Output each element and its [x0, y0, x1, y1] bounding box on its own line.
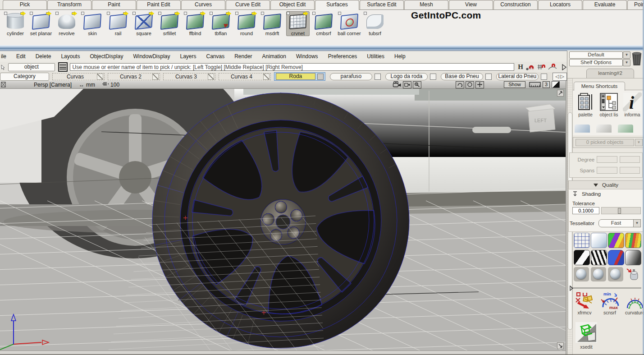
viewport-window-icon[interactable] [1, 82, 6, 88]
shading-mode-ball-specular[interactable] [591, 267, 606, 281]
tumble-icon[interactable] [456, 81, 464, 88]
tool-tubsrf[interactable]: tubsrf [363, 11, 387, 36]
layer-checkbox[interactable] [430, 74, 436, 80]
shelf-tab-paint-edit[interactable]: Paint Edit [137, 0, 181, 9]
layer-pill[interactable]: parafuso [330, 73, 372, 80]
shading-mode-metal[interactable] [625, 250, 641, 265]
shelf-tab-construction[interactable]: Construction [493, 0, 538, 9]
camera-view-icon[interactable] [403, 81, 411, 88]
tool-xsedit[interactable]: xsedit [574, 322, 599, 350]
zoom-icon[interactable] [413, 81, 421, 88]
tool-ffblnd[interactable]: ffblnd [183, 11, 207, 36]
track-pan-icon[interactable] [475, 81, 484, 88]
shading-mode-zebra[interactable] [591, 250, 607, 265]
menu-layers[interactable]: Layers [175, 53, 201, 60]
shelf-tab-paint[interactable]: Paint [92, 0, 136, 9]
next-tool-arrow-icon[interactable] [74, 11, 79, 16]
next-tool-arrow-icon[interactable] [202, 11, 208, 16]
next-tool-arrow-icon[interactable] [48, 11, 54, 16]
viewport-title-bar[interactable]: Persp [Camera] ↔ mm 100 [0, 81, 566, 89]
layer-tab-curvas[interactable]: Curvas [52, 73, 105, 80]
tool-revolve[interactable]: revolve [55, 11, 78, 36]
menu-help[interactable]: Help [389, 53, 411, 60]
shading-mode-spray-paint[interactable] [625, 267, 640, 281]
modeling-canvas[interactable]: LEFT [0, 89, 566, 350]
shading-mode-bw-contrast[interactable] [574, 250, 590, 265]
tool-set-planar[interactable]: set planar [29, 11, 53, 36]
tool-cmbsrf[interactable]: cmbsrf [312, 11, 335, 36]
layer-pill[interactable]: Base do Pneu [441, 73, 483, 80]
prompt-history-list-button[interactable] [58, 62, 68, 72]
shading-mode-shaded-white[interactable] [591, 233, 607, 248]
layer-scroll-arrows[interactable]: ◁ ▷ [553, 73, 567, 81]
layer-pill[interactable]: Lateral do Pneu [496, 73, 539, 80]
degree-field-2[interactable] [620, 156, 640, 163]
next-tool-arrow-icon[interactable] [305, 11, 311, 16]
next-tool-arrow-icon[interactable] [228, 11, 233, 16]
shelf-tab-object-edit[interactable]: Object Edit [270, 0, 315, 9]
clipped-tool-icon[interactable] [618, 124, 633, 133]
prompt-line-input[interactable] [70, 63, 515, 71]
shelf-tab-curves[interactable]: Curves [181, 0, 225, 9]
spans-field-2[interactable] [620, 167, 640, 174]
shading-mode-ball-matte[interactable] [574, 267, 589, 281]
tool-information[interactable]: i informa [621, 92, 643, 117]
shelf-tab-transform[interactable]: Transform [47, 0, 91, 9]
selected-layer-label[interactable]: Roda [276, 73, 315, 80]
picked-objects-selector[interactable]: 0 picked objects [575, 139, 634, 146]
tool-crvnet[interactable]: crvnet [286, 11, 310, 36]
layer-draw-toggle-icon[interactable] [152, 74, 159, 80]
viewport-resize-corner-bottom[interactable] [557, 342, 564, 349]
layer-checkbox[interactable] [375, 74, 381, 80]
pick-scope-selector[interactable]: object [8, 63, 55, 71]
menu-animation[interactable]: Animation [257, 53, 291, 60]
degree-field-1[interactable] [597, 156, 617, 163]
next-tool-arrow-icon[interactable] [23, 11, 28, 16]
quality-section-header[interactable]: Quality [568, 180, 644, 189]
shelf-options-dropdown-icon[interactable]: ▼ [623, 59, 630, 66]
tool-curvature[interactable]: curvature [624, 291, 644, 315]
layer-draw-toggle-icon[interactable] [97, 74, 103, 80]
layer-tab-curvas-3[interactable]: Curvas 3 [163, 73, 215, 80]
shelf-options-selector[interactable]: Shelf Options [569, 59, 623, 66]
tessellator-selector[interactable]: Fast [598, 219, 634, 227]
shelf-tab-locators[interactable]: Locators [538, 0, 582, 9]
shelf-tab-surface-edit[interactable]: Surface Edit [360, 0, 404, 9]
menu-utilities[interactable]: Utilities [362, 53, 389, 60]
layer-category-button[interactable]: Category [0, 73, 49, 81]
shelf-tab-surfaces[interactable]: Surfaces [315, 0, 359, 10]
tool-palette[interactable]: palette [575, 92, 596, 117]
tool-skin[interactable]: skin [81, 11, 104, 36]
shelf-tab-pick[interactable]: Pick [3, 0, 47, 9]
next-tool-arrow-icon[interactable] [177, 11, 182, 16]
tool-square[interactable]: square [132, 11, 155, 36]
next-tool-arrow-icon[interactable] [254, 11, 259, 16]
tool-scnsrf[interactable]: min max scnsrf [599, 291, 621, 315]
tessellator-dropdown-icon[interactable]: ▼ [633, 219, 641, 227]
tool-rail[interactable]: rail [106, 11, 130, 36]
shading-mode-shaded-stripes[interactable] [625, 233, 641, 248]
tolerance-input[interactable] [572, 207, 599, 214]
workspace-tab[interactable]: learning#2 [586, 69, 634, 78]
snap-to-grid-icon[interactable] [537, 64, 546, 71]
viewport-resize-corner-top[interactable] [557, 90, 564, 97]
snap-to-curve-icon[interactable] [548, 64, 557, 71]
menu-objectdisplay[interactable]: ObjectDisplay [85, 53, 128, 60]
next-tool-arrow-icon[interactable] [125, 11, 131, 16]
snap-to-point-icon[interactable] [525, 64, 534, 71]
tool-tbflan[interactable]: tbflan [209, 11, 233, 36]
layer-checkbox[interactable] [485, 74, 492, 80]
shelf-preset-dropdown-icon[interactable]: ▼ [623, 51, 630, 59]
layer-draw-toggle-icon[interactable] [263, 74, 269, 80]
shading-mode-shaded-multicolor[interactable] [608, 233, 624, 248]
layer-tab-logo-da-roda[interactable]: Logo da roda [385, 73, 436, 80]
layer-draw-toggle-icon[interactable] [208, 74, 214, 80]
menu-delete[interactable]: Delete [31, 53, 56, 60]
menu-render[interactable]: Render [229, 53, 257, 60]
shelf-tab-curve-edit[interactable]: Curve Edit [226, 0, 270, 9]
tool-msdrft[interactable]: msdrft [260, 11, 284, 36]
shading-mode-blue-red-stripe[interactable] [608, 250, 624, 265]
layer-tab-parafuso[interactable]: parafuso [330, 73, 381, 80]
shelf-preset-selector[interactable]: Default [569, 51, 623, 59]
precision-box[interactable]: 3 [543, 81, 550, 88]
